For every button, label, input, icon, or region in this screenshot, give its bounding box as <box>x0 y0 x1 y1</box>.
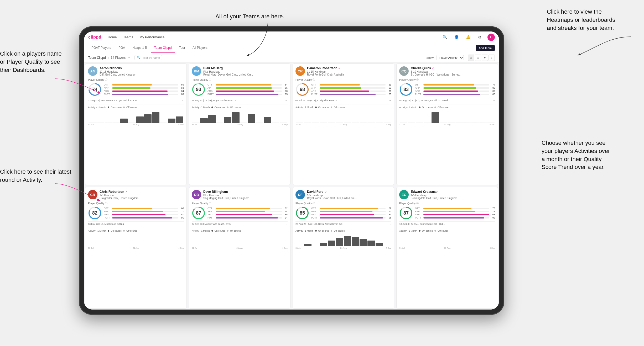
edit-icon[interactable]: ✏ <box>128 56 130 60</box>
stat-row: PUTT 85 <box>311 93 391 95</box>
stat-value: 77 <box>490 83 495 86</box>
settings-icon[interactable]: ⚙ <box>476 34 483 41</box>
player-card[interactable]: BM Blair McHarg Plus Handicap Royal Nort… <box>189 63 290 185</box>
on-course-dot <box>108 107 109 108</box>
latest-round[interactable]: 07 Aug 23 | 77 (+7), St George's Hill GC… <box>399 98 495 103</box>
stat-label: APP <box>415 210 422 213</box>
latest-round[interactable]: 02 Sep 23 | Sunrise round to get back in… <box>88 98 184 103</box>
chart-bar <box>416 123 423 123</box>
player-card[interactable]: DB Dave Billingham Plus Handicap Sag Mag… <box>189 187 290 308</box>
profile-icon[interactable]: 👤 <box>453 34 460 41</box>
player-card[interactable]: CR Cameron Robertson ✓ 11-15 Handicap Ro… <box>293 63 394 185</box>
latest-round[interactable]: 02 Jul 23 | 59 (+17), Craigmillar Park G… <box>295 98 391 103</box>
tab-all-players[interactable]: All Players <box>189 43 211 53</box>
chart-bar <box>336 238 343 246</box>
stat-value: 103 <box>490 213 495 216</box>
user-avatar[interactable]: U <box>487 34 495 41</box>
stat-row: ARG 88 <box>207 90 288 92</box>
player-name[interactable]: David Ford ✓ <box>307 190 391 194</box>
player-club: Sunningdale Golf Club, United Kingdom <box>411 197 495 200</box>
player-club: St. George's Hill GC - Weybridge - Surre… <box>411 73 495 76</box>
annotation-activities: Choose whether you seeyour players Activ… <box>542 139 636 171</box>
player-name[interactable]: Blair McHarg <box>203 66 288 70</box>
search-icon[interactable]: 🔍 <box>441 34 449 41</box>
chart-label: 31 Jul <box>88 247 94 249</box>
player-card[interactable]: DF David Ford ✓ 1-5 Handicap Royal North… <box>293 187 394 308</box>
tab-tour[interactable]: Tour <box>176 43 188 53</box>
tab-pgat-players[interactable]: PGAT Players <box>88 43 114 53</box>
chart-bar <box>344 236 351 246</box>
chart-bar <box>144 114 152 123</box>
player-name[interactable]: Chris Robertson ✓ <box>100 190 184 194</box>
latest-round[interactable]: 26 Aug 23 | 73 (+1), Royal North Devon G… <box>192 98 288 103</box>
score-circle[interactable]: 87 <box>192 206 205 220</box>
nav-home[interactable]: Home <box>108 35 117 39</box>
sort-view-button[interactable]: ↕ <box>489 55 495 61</box>
stat-bar-bg <box>216 87 282 89</box>
score-circle[interactable]: 85 <box>295 206 309 220</box>
search-box[interactable]: 🔍 Filter by name <box>134 55 162 60</box>
nav-my-performance[interactable]: My Performance <box>139 35 164 39</box>
player-handicap: 1-5 Handicap <box>411 194 495 197</box>
score-circle[interactable]: 68 <box>295 83 309 96</box>
stat-row: OTT 84 <box>207 83 288 86</box>
player-name[interactable]: Edward Crossman <box>411 190 495 194</box>
score-circle[interactable]: 93 <box>192 83 205 96</box>
stat-bar-bg <box>112 84 178 86</box>
on-course-dot <box>315 230 317 232</box>
player-avatar: DF <box>295 190 305 199</box>
list-view-button[interactable]: ≡ <box>475 55 481 61</box>
player-card[interactable]: AN Aaron Nicholls 11-15 Handicap Drift G… <box>85 63 187 185</box>
score-circle[interactable]: 74 <box>88 83 102 96</box>
player-header: AN Aaron Nicholls 11-15 Handicap Drift G… <box>88 66 184 76</box>
show-select[interactable]: Player Activity <box>437 55 464 60</box>
activity-label: Activity · 1 Month <box>88 230 106 232</box>
stat-row: APP 63 <box>311 87 391 89</box>
on-course-dot <box>108 230 109 232</box>
player-name[interactable]: Dave Billingham <box>203 190 288 194</box>
latest-round[interactable]: 18 Jul 23 | 74 (+4), Sunningdale GC - Ol… <box>399 221 495 226</box>
off-course-label: Off course <box>230 230 241 232</box>
chart-bar <box>408 246 415 246</box>
chart-labels: 31 Jul21 Aug4 Sep <box>88 247 184 249</box>
stat-label: ARG <box>104 213 111 216</box>
stat-label: PUTT <box>104 216 111 219</box>
notifications-icon[interactable]: 🔔 <box>464 34 472 41</box>
player-card[interactable]: EC Edward Crossman 1-5 Handicap Sunningd… <box>396 187 498 308</box>
quality-label: Player Quality ⓘ <box>399 78 495 82</box>
tab-team-clippd[interactable]: Team Clippd <box>151 43 175 53</box>
score-circle[interactable]: 83 <box>399 83 413 96</box>
player-name[interactable]: Cameron Robertson ✓ <box>307 66 391 70</box>
chart-label: 21 Aug <box>133 123 139 126</box>
tab-pga[interactable]: PGA <box>115 43 128 53</box>
chart-labels: 31 Jul21 Aug4 Sep <box>399 247 495 249</box>
score-number: 87 <box>403 210 409 216</box>
nav-logo[interactable]: clippd <box>88 35 101 40</box>
score-circle[interactable]: 87 <box>399 206 413 220</box>
stat-bar-fill <box>320 214 374 215</box>
filter-view-button[interactable]: ▼ <box>482 55 488 61</box>
add-team-button[interactable]: Add Team <box>476 45 495 51</box>
stat-value: 92 <box>490 216 495 219</box>
chart-bar <box>256 123 263 123</box>
latest-round[interactable]: 04 Sep 23 | Mobility with coach, Gym → <box>192 221 288 226</box>
latest-round-text: 18 Jul 23 | 74 (+4), Sunningdale GC - Ol… <box>399 223 492 225</box>
nav-teams[interactable]: Teams <box>123 35 133 39</box>
quality-section: Player Quality ⓘ 68 OTT <box>295 78 391 96</box>
toolbar: Team Clippd | 14 Players ✏ 🔍 Filter by n… <box>84 53 499 62</box>
player-card[interactable]: CQ Charlie Quick ✓ 6-10 Handicap St. Geo… <box>396 63 498 185</box>
grid-view-button[interactable]: ⊞ <box>468 55 474 61</box>
chart-bar <box>360 123 367 123</box>
stat-bar-fill <box>112 217 172 219</box>
player-name[interactable]: Aaron Nicholls <box>100 66 184 70</box>
player-name[interactable]: Charlie Quick ✓ <box>411 66 495 70</box>
latest-round[interactable]: 03 Mar 23 | 19, Must make putting → <box>88 221 184 226</box>
activity-header: Activity · 1 Month On course Off course <box>192 106 288 109</box>
chart-label: 31 Jul <box>399 123 405 126</box>
latest-round[interactable]: 26 Aug 23 | 84 (+12), Royal North Devon … <box>295 221 391 226</box>
chart-bar <box>248 246 255 246</box>
tab-hcaps[interactable]: Hcaps 1-5 <box>129 43 150 53</box>
player-card[interactable]: CR Chris Robertson ✓ 1-5 Handicap Craigm… <box>85 187 187 308</box>
score-circle[interactable]: 82 <box>88 206 102 220</box>
quality-section: Player Quality ⓘ 87 OTT <box>192 202 288 220</box>
